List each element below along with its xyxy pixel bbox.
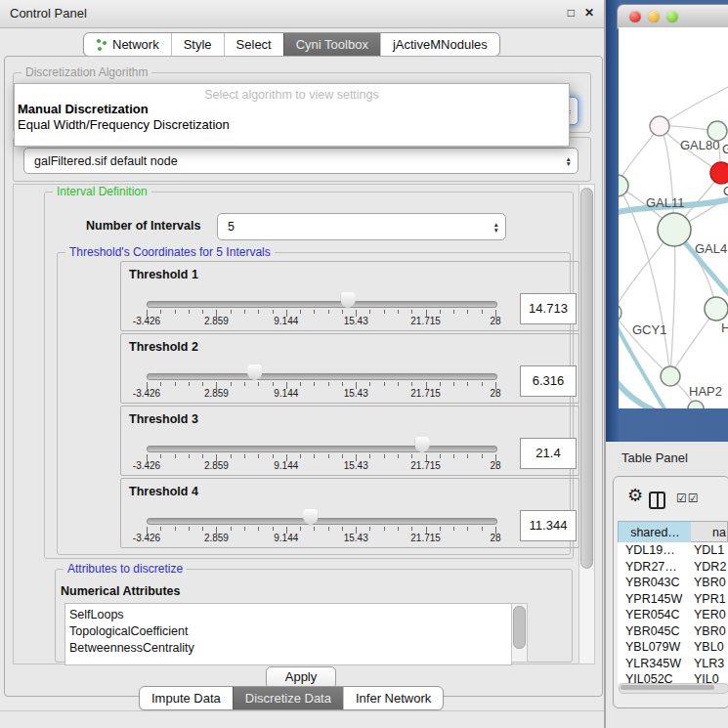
network-node-G.[interactable] bbox=[707, 121, 727, 141]
tab-cyni-toolbox[interactable]: Cyni Toolbox bbox=[283, 33, 380, 56]
column-header-shared[interactable]: shared… bbox=[618, 521, 693, 544]
attributes-list-scrollbar[interactable] bbox=[511, 603, 528, 663]
network-node-GCY1[interactable] bbox=[619, 304, 621, 321]
threshold-value-field[interactable]: 11.344 bbox=[520, 510, 577, 541]
cell-shared-name: YBR045C bbox=[625, 623, 680, 640]
number-of-intervals-label: Number of Intervals bbox=[86, 219, 200, 233]
table-row[interactable]: YDR27…YDR2 bbox=[618, 559, 728, 576]
tab-impute-data[interactable]: Impute Data bbox=[140, 687, 233, 709]
tick-label: 9.144 bbox=[274, 460, 298, 471]
network-edge[interactable] bbox=[660, 86, 728, 126]
tick-label: 28 bbox=[490, 316, 500, 326]
tab-discretize-data[interactable]: Discretize Data bbox=[233, 687, 343, 709]
tick-label: 9.144 bbox=[274, 316, 298, 326]
slider-track[interactable] bbox=[147, 301, 497, 308]
threshold-value-field[interactable]: 6.316 bbox=[520, 365, 577, 397]
node-label: G. bbox=[722, 142, 728, 156]
node-label: H bbox=[721, 321, 728, 335]
dropdown-option[interactable]: Manual Discretization bbox=[15, 102, 569, 117]
slider-tick-labels: -3.4262.8599.14415.4321.71528 bbox=[147, 316, 495, 327]
combo-stepper-icon: ▲▼ bbox=[566, 155, 572, 166]
network-icon bbox=[96, 38, 107, 51]
tab-label: Network bbox=[112, 37, 159, 52]
table-row[interactable]: YPR145WYPR1 bbox=[618, 591, 728, 608]
table-row[interactable]: YER054CYER0 bbox=[618, 607, 728, 623]
network-node-H[interactable] bbox=[705, 297, 728, 321]
interval-definition-title: Interval Definition bbox=[53, 185, 151, 198]
table-row[interactable]: YIL052CYIL0 bbox=[618, 671, 728, 683]
tick-mark bbox=[467, 527, 468, 531]
vertical-scrollbar[interactable] bbox=[578, 184, 595, 664]
tab-select[interactable]: Select bbox=[224, 33, 283, 56]
dropdown-option[interactable]: Equal Width/Frequency Discretization bbox=[15, 117, 569, 133]
slider-tick-labels: -3.4262.8599.14415.4321.71528 bbox=[147, 533, 495, 544]
network-node-C[interactable] bbox=[710, 162, 728, 184]
horizontal-scrollbar[interactable] bbox=[619, 683, 728, 694]
tick-mark bbox=[175, 454, 176, 458]
threshold-value-field[interactable]: 21.4 bbox=[520, 438, 577, 469]
checkbox-icons[interactable]: ☑☑ bbox=[676, 492, 700, 505]
cell-name: YDR2 bbox=[694, 559, 726, 576]
tab-jactivemnodules[interactable]: jActiveMNodules bbox=[380, 33, 499, 56]
network-node-HAP2[interactable] bbox=[661, 366, 680, 386]
number-of-intervals-combobox[interactable]: 5 ▲▼ bbox=[217, 213, 506, 240]
node-label: GAL11 bbox=[646, 195, 685, 210]
tick-label: 2.859 bbox=[204, 460, 229, 471]
tick-mark bbox=[398, 310, 399, 314]
slider-track[interactable] bbox=[147, 373, 497, 380]
tab-network[interactable]: Network bbox=[84, 33, 171, 56]
tick-mark bbox=[244, 454, 245, 458]
tick-mark bbox=[411, 454, 412, 458]
table-row[interactable]: YDL19…YDL1 bbox=[618, 542, 728, 559]
attribute-item[interactable]: TopologicalCoefficient bbox=[65, 623, 511, 640]
network-window-titlebar[interactable] bbox=[617, 4, 728, 29]
table-data-combobox[interactable]: galFiltered.sif default node ▲▼ bbox=[23, 148, 578, 174]
scrollbar-thumb[interactable] bbox=[580, 188, 593, 569]
split-column-icon[interactable] bbox=[649, 492, 665, 509]
attribute-item[interactable]: SelfLoops bbox=[65, 607, 511, 623]
control-panel-titlebar: Control Panel □ ✕ bbox=[0, 0, 606, 28]
tick-mark bbox=[160, 454, 161, 458]
divider-line bbox=[0, 710, 605, 711]
tick-mark bbox=[244, 527, 245, 531]
tick-mark bbox=[258, 527, 259, 531]
scrollbar-thumb[interactable] bbox=[621, 685, 714, 690]
minimize-traffic-light-icon[interactable] bbox=[648, 11, 660, 22]
tick-mark bbox=[175, 527, 176, 531]
cell-shared-name: YPR145W bbox=[625, 591, 682, 608]
table-row[interactable]: YBL079WYBL0 bbox=[618, 639, 728, 656]
close-icon[interactable]: ✕ bbox=[584, 6, 594, 20]
numerical-attributes-label: Numerical Attributes bbox=[61, 584, 180, 598]
numerical-attributes-list[interactable]: SelfLoopsTopologicalCoefficientBetweenne… bbox=[64, 603, 512, 665]
network-canvas[interactable]: GAL80G.CGAL11GAL4GCY1HHAP2 bbox=[619, 27, 728, 408]
table-row[interactable]: YBR045CYBR0 bbox=[618, 623, 728, 640]
tab-infer-network[interactable]: Infer Network bbox=[343, 687, 443, 709]
attribute-item[interactable]: BetweennessCentrality bbox=[65, 640, 511, 657]
bottom-tab-bar: Impute DataDiscretize DataInfer Network bbox=[139, 686, 444, 710]
network-node-unlabeled[interactable] bbox=[688, 401, 704, 408]
tab-style[interactable]: Style bbox=[171, 33, 224, 56]
network-node-GAL4[interactable] bbox=[658, 213, 691, 246]
close-traffic-light-icon[interactable] bbox=[629, 11, 641, 22]
float-window-icon[interactable]: □ bbox=[568, 6, 575, 20]
network-node-GAL80[interactable] bbox=[650, 116, 669, 136]
gear-icon[interactable]: ⚙ bbox=[627, 487, 643, 504]
threshold-label: Threshold 4 bbox=[129, 485, 198, 498]
table-row[interactable]: YLR345WYLR3 bbox=[618, 656, 728, 672]
slider-track[interactable] bbox=[147, 518, 497, 525]
threshold-value-field[interactable]: 14.713 bbox=[520, 293, 577, 324]
tick-mark bbox=[189, 310, 190, 314]
cell-shared-name: YER054C bbox=[625, 607, 680, 623]
column-header-name[interactable]: na bbox=[691, 521, 728, 542]
zoom-traffic-light-icon[interactable] bbox=[666, 11, 678, 22]
slider-track[interactable] bbox=[147, 446, 497, 452]
scrollbar-thumb[interactable] bbox=[513, 606, 526, 649]
network-edge[interactable] bbox=[670, 230, 675, 376]
tick-mark bbox=[231, 382, 232, 386]
network-node-GAL11[interactable] bbox=[619, 175, 628, 196]
table-row[interactable]: YBR043CYBR0 bbox=[618, 575, 728, 591]
tick-label: 9.144 bbox=[274, 533, 298, 543]
tick-mark bbox=[440, 454, 441, 458]
table-data-value: galFiltered.sif default node bbox=[34, 154, 178, 168]
tick-mark bbox=[189, 454, 190, 458]
